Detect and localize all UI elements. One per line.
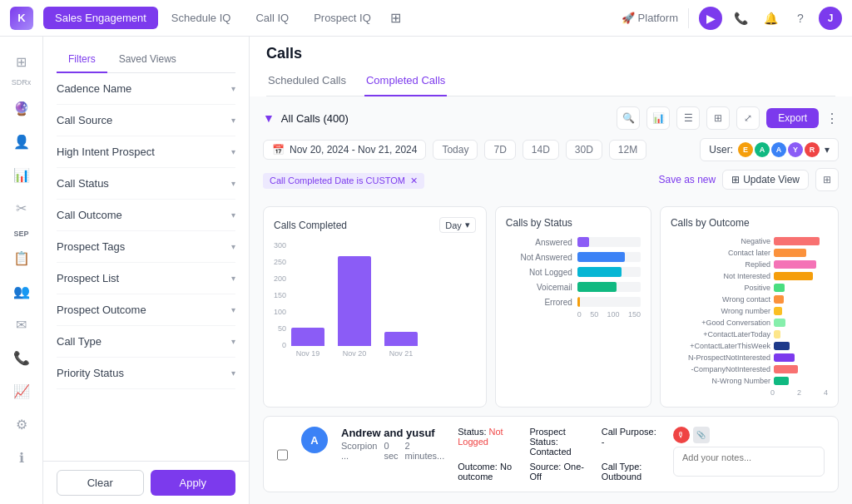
avatar-a2: A <box>771 142 786 157</box>
sidebar-icon-home[interactable]: ⊞ <box>7 47 37 77</box>
sidebar-icon-phone[interactable]: 📞 <box>7 343 37 373</box>
call-info: Andrew and yusuf Scorpion ... 0 sec 2 mi… <box>341 427 444 482</box>
filter-items: Cadence Name ▾ Call Source ▾ High Intent… <box>43 73 249 461</box>
filter-actions: Clear Apply <box>43 461 249 504</box>
help-icon[interactable]: ? <box>789 7 812 30</box>
date-bar: 📅 Nov 20, 2024 - Nov 21, 2024 Today 7D 1… <box>263 138 839 161</box>
more-options-icon[interactable]: ⋮ <box>825 111 839 126</box>
nav-tab-schedule-iq[interactable]: Schedule IQ <box>160 7 243 29</box>
call-card: A Andrew and yusuf Scorpion ... 0 sec 2 … <box>263 416 839 492</box>
grid-icon[interactable]: ⊞ <box>384 7 408 30</box>
call-notes: 🎙 📎 <box>673 427 825 482</box>
outcome-chart: Negative Contact later Rep <box>671 237 828 385</box>
outcome-bar-wrap <box>774 295 828 304</box>
play-button[interactable]: ▶ <box>699 7 722 30</box>
app-layout: ⊞ SDRx 🔮 👤 📊 ✂ SEP 📋 👥 ✉ 📞 📈 ⚙ ℹ Filters… <box>0 37 852 504</box>
avatar-e: E <box>738 142 753 157</box>
toolbar: ▼ All Calls (400) 🔍 📊 ☰ ⊞ ⤢ Export ⋮ <box>263 106 839 130</box>
filter-high-intent[interactable]: High Intent Prospect ▾ <box>57 136 235 168</box>
user-avatar[interactable]: J <box>819 7 842 30</box>
sidebar-icon-mail[interactable]: ✉ <box>7 309 37 339</box>
outcome-bar-wrap <box>774 272 828 280</box>
columns-icon-btn[interactable]: ⊞ <box>706 106 730 130</box>
outcome-contact-later-today: +ContactLaterToday <box>671 330 828 338</box>
call-select-checkbox[interactable] <box>277 428 288 482</box>
nav-tab-sales-engagement[interactable]: Sales Engagement <box>43 7 158 29</box>
recording-icon[interactable]: 🎙 <box>673 427 690 443</box>
sidebar-icon-chart[interactable]: 📊 <box>7 160 37 190</box>
clear-button[interactable]: Clear <box>57 470 144 496</box>
filter-panel-header: Filters Saved Views <box>43 37 249 73</box>
outcome-bar <box>774 330 780 338</box>
sidebar-icon-scissors[interactable]: ✂ <box>7 193 37 223</box>
platform-link[interactable]: 🚀 Platform <box>622 12 678 24</box>
sidebar-icon-contacts[interactable]: 👥 <box>7 276 37 306</box>
search-icon-btn[interactable]: 🔍 <box>617 106 640 130</box>
yaxis: 300250200150100500 <box>274 241 291 349</box>
nav-tab-call-iq[interactable]: Call IQ <box>244 7 300 29</box>
outcome-xaxis: 0 2 4 <box>671 388 828 397</box>
update-view-btn[interactable]: ⊞ Update View <box>722 170 809 190</box>
expand-icon-btn[interactable]: ⤢ <box>736 106 760 130</box>
active-filter-tag: Call Completed Date is CUSTOM ✕ <box>263 173 424 189</box>
filter-tab-filters[interactable]: Filters <box>57 47 107 73</box>
calls-by-outcome-title: Calls by Outcome <box>671 217 828 229</box>
avatar-y: Y <box>788 142 803 157</box>
icon-sidebar: ⊞ SDRx 🔮 👤 📊 ✂ SEP 📋 👥 ✉ 📞 📈 ⚙ ℹ <box>0 37 43 504</box>
7d-btn[interactable]: 7D <box>484 140 515 160</box>
date-range-picker[interactable]: 📅 Nov 20, 2024 - Nov 21, 2024 <box>263 140 426 160</box>
sidebar-icon-sdrx[interactable]: 🔮 <box>7 93 37 123</box>
bell-icon[interactable]: 🔔 <box>759 7 782 30</box>
avatar-r: R <box>805 142 820 157</box>
filter-cadence-name[interactable]: Cadence Name ▾ <box>57 73 235 105</box>
export-button[interactable]: Export <box>766 108 819 128</box>
apply-button[interactable]: Apply <box>151 470 236 496</box>
chevron-down-icon: ▾ <box>465 220 470 230</box>
filter-call-status[interactable]: Call Status ▾ <box>57 168 235 200</box>
14d-btn[interactable]: 14D <box>523 140 559 160</box>
filter-prospect-tags[interactable]: Prospect Tags ▾ <box>57 231 235 263</box>
12m-btn[interactable]: 12M <box>609 140 646 160</box>
chevron-down-icon: ▾ <box>231 242 235 251</box>
day-select-dropdown[interactable]: Day ▾ <box>439 217 476 233</box>
filter-priority-status[interactable]: Priority Status ▾ <box>57 358 235 389</box>
outcome-bar-wrap <box>774 365 828 373</box>
list-icon-btn[interactable]: ☰ <box>676 106 700 130</box>
today-btn[interactable]: Today <box>433 140 478 160</box>
grid-toggle-btn[interactable]: ⊞ <box>815 168 839 191</box>
filter-prospect-outcome[interactable]: Prospect Outcome ▾ <box>57 294 235 326</box>
outcome-bar-wrap <box>774 307 828 315</box>
outcome-bar <box>774 237 820 245</box>
attachment-icon[interactable]: 📎 <box>693 427 710 443</box>
save-as-new-btn[interactable]: Save as new <box>658 174 716 185</box>
sidebar-icon-analytics[interactable]: 📈 <box>7 376 37 406</box>
filter-call-type[interactable]: Call Type ▾ <box>57 326 235 358</box>
call-prospect-status: Prospect Status: Contacted <box>529 427 587 457</box>
call-details: Status: Not Logged Prospect Status: Cont… <box>458 427 660 482</box>
sidebar-icon-settings[interactable]: ⚙ <box>7 409 37 439</box>
tab-scheduled-calls[interactable]: Scheduled Calls <box>266 69 348 96</box>
phone-icon[interactable]: 📞 <box>729 7 752 30</box>
outcome-bar <box>774 284 785 292</box>
outcome-n-prospect: N-ProspectNotInterested <box>671 353 828 362</box>
filter-icon: ▼ <box>263 111 275 125</box>
sidebar-icon-users[interactable]: 👤 <box>7 126 37 156</box>
remove-filter-icon[interactable]: ✕ <box>410 175 418 186</box>
sidebar-icon-info[interactable]: ℹ <box>7 442 37 472</box>
filter-panel: Filters Saved Views Cadence Name ▾ Call … <box>43 37 250 504</box>
chevron-down-icon: ▾ <box>231 337 235 346</box>
filter-call-outcome[interactable]: Call Outcome ▾ <box>57 200 235 231</box>
sidebar-icon-clipboard[interactable]: 📋 <box>7 243 37 273</box>
filter-prospect-list[interactable]: Prospect List ▾ <box>57 263 235 294</box>
page-header: Calls Scheduled Calls Completed Calls <box>250 37 852 96</box>
filter-call-source[interactable]: Call Source ▾ <box>57 105 235 136</box>
30d-btn[interactable]: 30D <box>566 140 602 160</box>
content-area: ▼ All Calls (400) 🔍 📊 ☰ ⊞ ⤢ Export ⋮ 📅 N… <box>250 96 852 504</box>
nav-tab-prospect-iq[interactable]: Prospect IQ <box>302 7 383 29</box>
chart-icon-btn[interactable]: 📊 <box>646 106 670 130</box>
chevron-down-icon: ▾ <box>231 210 235 220</box>
user-filter-pill[interactable]: User: E A A Y R ▾ <box>700 138 839 161</box>
notes-input[interactable] <box>673 447 825 477</box>
tab-completed-calls[interactable]: Completed Calls <box>364 69 447 96</box>
filter-tab-saved-views[interactable]: Saved Views <box>107 47 188 73</box>
